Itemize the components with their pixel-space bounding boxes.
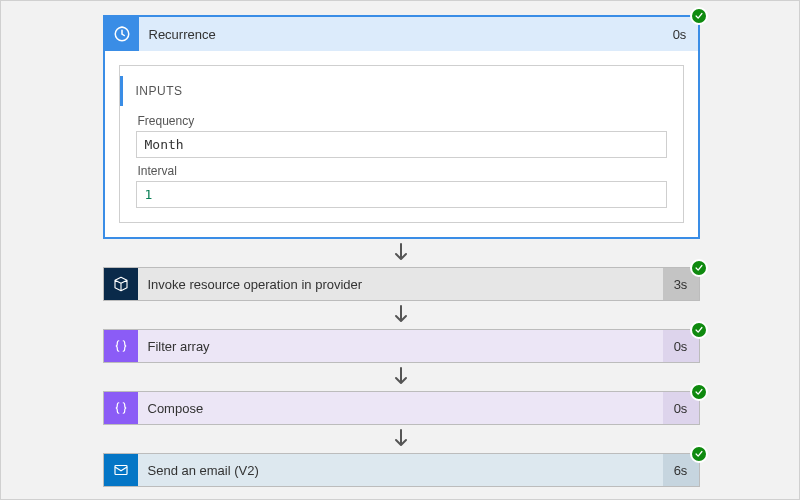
step-email[interactable]: Send an email (V2) 6s [103, 453, 700, 487]
step-invoke[interactable]: Invoke resource operation in provider 3s [103, 267, 700, 301]
step-filter-wrap: Filter array 0s [103, 329, 700, 363]
mail-icon [104, 454, 138, 486]
step-compose-label: Compose [138, 392, 663, 424]
step-email-label: Send an email (V2) [138, 454, 663, 486]
workflow-canvas: Recurrence 0s INPUTS Frequency Month Int… [1, 1, 800, 500]
step-invoke-wrap: Invoke resource operation in provider 3s [103, 267, 700, 301]
svg-rect-1 [115, 466, 127, 475]
clock-icon [105, 17, 139, 51]
step-recurrence-body: INPUTS Frequency Month Interval 1 [105, 51, 698, 237]
braces-icon [104, 392, 138, 424]
step-recurrence[interactable]: Recurrence 0s INPUTS Frequency Month Int… [103, 15, 700, 239]
step-compose[interactable]: Compose 0s [103, 391, 700, 425]
cube-icon [104, 268, 138, 300]
frequency-value: Month [136, 131, 667, 158]
arrow-icon [1, 428, 800, 450]
inputs-card: INPUTS Frequency Month Interval 1 [119, 65, 684, 223]
step-recurrence-wrap: Recurrence 0s INPUTS Frequency Month Int… [103, 15, 700, 239]
arrow-icon [1, 242, 800, 264]
step-recurrence-label: Recurrence [139, 17, 662, 51]
frequency-label: Frequency [138, 114, 665, 128]
arrow-icon [1, 304, 800, 326]
step-recurrence-header[interactable]: Recurrence 0s [105, 17, 698, 51]
step-email-wrap: Send an email (V2) 6s [103, 453, 700, 487]
step-filter[interactable]: Filter array 0s [103, 329, 700, 363]
arrow-icon [1, 366, 800, 388]
success-badge [690, 321, 708, 339]
success-badge [690, 259, 708, 277]
step-invoke-label: Invoke resource operation in provider [138, 268, 663, 300]
step-compose-wrap: Compose 0s [103, 391, 700, 425]
inputs-heading: INPUTS [120, 76, 667, 106]
interval-label: Interval [138, 164, 665, 178]
success-badge [690, 445, 708, 463]
step-filter-label: Filter array [138, 330, 663, 362]
success-badge [690, 383, 708, 401]
success-badge [690, 7, 708, 25]
braces-icon [104, 330, 138, 362]
interval-value: 1 [136, 181, 667, 208]
